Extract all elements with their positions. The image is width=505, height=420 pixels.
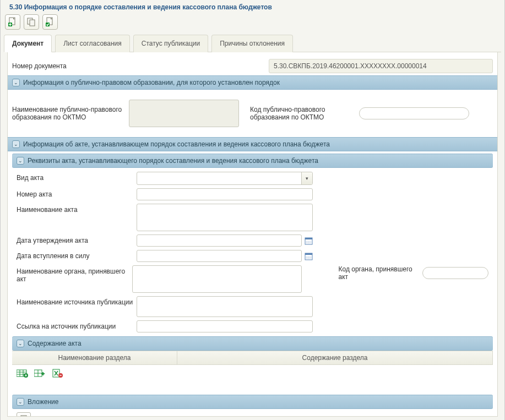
- attachment-add-button[interactable]: [17, 412, 31, 417]
- calendar-icon: [305, 252, 313, 260]
- approve-doc-icon: [45, 17, 55, 27]
- act-approval-date-label: Дата утверждения акта: [17, 234, 133, 244]
- section-act-info-toggle[interactable]: ⌄: [12, 140, 20, 148]
- section-ppo-toggle[interactable]: ⌄: [12, 79, 20, 86]
- chevron-down-icon: ⌄: [14, 141, 18, 147]
- grid-add-row-button[interactable]: [17, 368, 29, 378]
- copy-doc-icon: [26, 17, 36, 27]
- section-attachment-toggle[interactable]: ⌄: [17, 398, 24, 406]
- section-act-details-title: Реквизиты акта, устанавливающего порядок…: [28, 157, 318, 165]
- chevron-down-icon: ▾: [306, 176, 308, 181]
- tabs: Документ Лист согласования Статус публик…: [4, 34, 501, 52]
- act-name-label: Наименование акта: [17, 204, 133, 214]
- ppo-name-label: Наименование публично-правового образова…: [12, 106, 124, 121]
- tab-document[interactable]: Документ: [4, 35, 52, 52]
- act-organ-name-label: Наименование органа, принявшего акт: [17, 265, 129, 283]
- act-content-grid-toolbar: [12, 365, 493, 381]
- svg-rect-7: [305, 238, 312, 239]
- grid-add-icon: [17, 369, 29, 378]
- act-name-input[interactable]: [137, 204, 313, 231]
- tab-publication-status[interactable]: Статус публикации: [133, 35, 208, 52]
- act-content-grid-header: Наименование раздела Содержание раздела: [12, 351, 493, 365]
- chevron-down-icon: ⌄: [18, 158, 23, 163]
- ppo-code-label: Код публично-правового образования по ОК…: [250, 106, 355, 121]
- section-act-content-title: Содержание акта: [28, 340, 82, 347]
- act-organ-name-input[interactable]: [132, 265, 302, 293]
- tab-approval-sheet[interactable]: Лист согласования: [55, 35, 130, 52]
- act-effective-date-picker[interactable]: [304, 252, 313, 260]
- grid-add-column-button[interactable]: [34, 368, 46, 378]
- act-effective-date-label: Дата вступления в силу: [17, 250, 133, 260]
- act-type-combo[interactable]: [137, 172, 313, 185]
- main-toolbar: [1, 11, 504, 34]
- svg-rect-34: [21, 416, 26, 417]
- chevron-down-icon: ⌄: [18, 399, 23, 405]
- act-approval-date-picker[interactable]: [304, 236, 313, 245]
- section-ppo-title: Информация о публично-правовом образован…: [23, 79, 280, 86]
- section-act-info-header: ⌄ Информация об акте, устанавливающем по…: [8, 137, 497, 151]
- section-act-details-toggle[interactable]: ⌄: [17, 157, 24, 165]
- section-act-info-title: Информация об акте, устанавливающем поря…: [23, 140, 330, 148]
- pub-source-name-input[interactable]: [137, 296, 313, 317]
- attachment-icon: [19, 414, 28, 417]
- page-title: 5.30 Информация о порядке составления и …: [4, 3, 272, 11]
- new-doc-button[interactable]: [5, 14, 20, 30]
- section-attachment-title: Вложение: [28, 398, 58, 406]
- grid-export-excel-button[interactable]: [52, 368, 64, 378]
- tab-content: Номер документа 5.30.СВКПБ.2019.46200001…: [7, 52, 498, 417]
- copy-doc-button[interactable]: [24, 14, 39, 30]
- grid-col-section-content: Содержание раздела: [177, 351, 493, 364]
- pub-source-link-input[interactable]: [137, 320, 313, 332]
- excel-export-icon: [52, 369, 64, 378]
- svg-rect-30: [41, 373, 45, 374]
- svg-rect-33: [59, 375, 62, 375]
- section-act-content-toggle[interactable]: ⌄: [17, 340, 24, 347]
- docnum-value: 5.30.СВКПБ.2019.46200001.XXXXXXXX.000000…: [269, 59, 493, 73]
- grid-add-col-icon: [34, 369, 46, 378]
- section-ppo-header: ⌄ Информация о публично-правовом образов…: [8, 75, 497, 90]
- pub-source-name-label: Наименование источника публикации: [17, 296, 133, 306]
- docnum-label: Номер документа: [12, 62, 129, 70]
- act-organ-code-input[interactable]: [422, 267, 488, 279]
- svg-rect-14: [305, 253, 312, 255]
- calendar-icon: [305, 237, 313, 245]
- chevron-down-icon: ⌄: [14, 80, 18, 85]
- ppo-code-input[interactable]: [359, 107, 469, 119]
- act-effective-date-input[interactable]: [137, 250, 302, 262]
- act-type-label: Вид акта: [17, 172, 133, 182]
- act-type-dropdown-button[interactable]: ▾: [301, 172, 312, 184]
- svg-rect-3: [30, 20, 35, 26]
- ppo-name-input[interactable]: [129, 100, 239, 127]
- grid-col-section-name: Наименование раздела: [12, 351, 177, 364]
- act-approval-date-input[interactable]: [137, 234, 302, 247]
- tab-rejection-reasons[interactable]: Причины отклонения: [211, 35, 293, 52]
- act-organ-code-label: Код органа, принявшего акт: [338, 265, 418, 281]
- act-number-input[interactable]: [137, 188, 313, 200]
- section-act-content-header: ⌄ Содержание акта: [12, 336, 493, 351]
- section-act-details-header: ⌄ Реквизиты акта, устанавливающего поряд…: [12, 154, 493, 168]
- act-number-label: Номер акта: [17, 188, 133, 198]
- approve-doc-button[interactable]: [42, 14, 58, 30]
- section-attachment-header: ⌄ Вложение: [12, 395, 493, 409]
- pub-source-link-label: Ссылка на источник публикации: [17, 320, 133, 330]
- new-doc-icon: [8, 17, 18, 27]
- chevron-down-icon: ⌄: [18, 341, 23, 346]
